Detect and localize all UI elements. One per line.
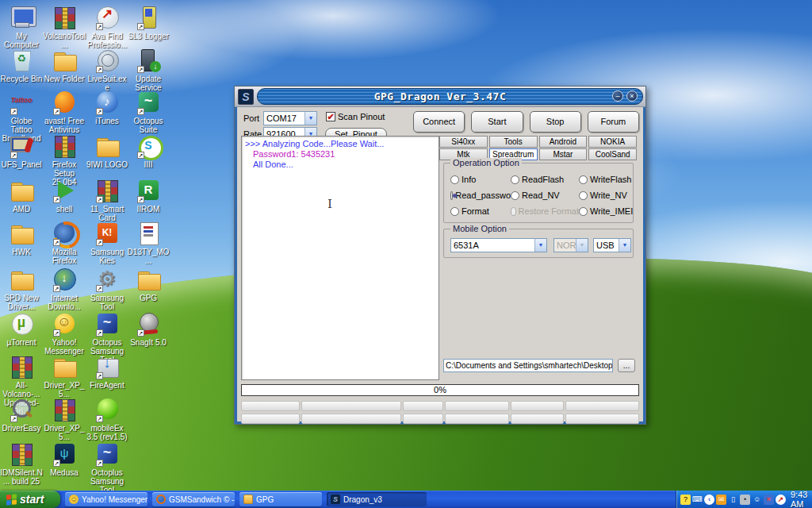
desktop-icon-fireagent-34[interactable]: ↗FireAgent <box>86 354 128 390</box>
taskbar-task-smiley[interactable]: ☺Yahoo! Messenger <box>65 492 147 506</box>
desktop-icon-label: iTunes <box>86 117 128 125</box>
desktop-icon-smiley-29[interactable]: ↗Yahoo! Messenger <box>43 311 86 356</box>
desktop-icon-folder-14[interactable]: 9IWI LOGO <box>86 133 128 169</box>
tray-network-icon[interactable]: ▯ <box>728 495 738 505</box>
taskbar-task-firefox[interactable]: GSMSandwich © - Se... <box>152 492 235 506</box>
tray-usb-icon[interactable]: • <box>740 495 750 505</box>
taskbar-task-dragon[interactable]: SDragon_v3 <box>327 492 427 506</box>
desktop-icon-greenball-37[interactable]: ↗mobileEx 3.5 (rev1.5) <box>86 397 128 441</box>
chevron-down-icon[interactable]: ▼ <box>619 239 630 252</box>
start-button[interactable]: start <box>0 491 60 508</box>
chevron-down-icon[interactable]: ▼ <box>304 112 316 125</box>
desktop-icon-folder-24[interactable]: SPD New Driver... <box>0 267 43 311</box>
desktop-icon-skypeG-15[interactable]: ↗IIII <box>127 133 170 169</box>
desktop-icon-label: shell <box>43 205 86 214</box>
tray-avafind-icon[interactable]: ↗ <box>776 495 786 505</box>
desktop-icon-label: Mozilla Firefox <box>43 248 86 265</box>
tab-nokia[interactable]: NOKIA <box>588 136 637 148</box>
desktop-icon-itunes-10[interactable]: ↗iTunes <box>86 90 128 125</box>
tab-coolsand[interactable]: CoolSand <box>588 148 637 160</box>
tab-si40xx[interactable]: Si40xx <box>439 136 488 148</box>
desktop-icon-ufs-12[interactable]: ↗UFS_Panel <box>0 133 43 169</box>
status-row-1 <box>241 401 639 411</box>
tab-tools[interactable]: Tools <box>489 136 538 148</box>
desktop-icon-iirom-19[interactable]: ↗IIROM <box>127 178 170 214</box>
desktop-icon-label: Samsung Kies <box>86 248 128 265</box>
desktop-icon-blueOcto-40[interactable]: ↗Octoplus Samsung Tool <box>86 441 128 491</box>
tray-collapse-icon[interactable]: ‹ <box>704 495 714 505</box>
desktop-icon-label: VolcanoTool... <box>43 32 86 49</box>
connect-button[interactable]: Connect <box>413 111 465 133</box>
blueOcto-icon: ↗ <box>94 311 120 337</box>
desktop-icon-doc-23[interactable]: D13TY_MO... <box>127 221 170 265</box>
radio-info[interactable]: Info <box>450 175 511 184</box>
desktop-icon-winrar-1[interactable]: VolcanoTool... <box>43 5 86 49</box>
shortcut-arrow-icon: ↗ <box>137 329 144 337</box>
desktop-icon-magnify-35[interactable]: ↗DriverEasy <box>0 397 43 433</box>
radio-readflash[interactable]: ReadFlash <box>511 175 579 184</box>
taskbar-task-folder[interactable]: GPG <box>239 492 322 506</box>
radio-write-nv[interactable]: Write_NV <box>579 190 633 200</box>
snagit-icon: ↗ <box>136 311 161 337</box>
log-output[interactable]: >>> Analyzing Code...Please Wait...Passw… <box>241 136 439 380</box>
desktop-icon-idm-25[interactable]: ↗Internet Downlo... <box>43 267 86 311</box>
file-path-input[interactable]: C:\Documents and Settings\smhartech\Desk… <box>443 359 613 372</box>
browse-button[interactable]: ... <box>618 359 635 372</box>
shortcut-arrow-icon: ↗ <box>96 239 103 246</box>
radio-read-passwo[interactable]: Read_passwo <box>450 190 511 200</box>
desktop-icon-label: Recycle Bin <box>0 75 43 83</box>
tray-keyboard-icon[interactable]: ⌨ <box>692 495 703 505</box>
desktop-icon-folder-27[interactable]: GPG <box>127 267 170 302</box>
desktop-icon-firefox-21[interactable]: ↗Mozilla Firefox <box>43 221 86 265</box>
tray-mail-icon[interactable]: ✉ <box>716 495 726 505</box>
desktop-icon-updsvc-7[interactable]: ↗Update Service <box>127 48 170 92</box>
close-button[interactable]: × <box>626 90 638 102</box>
start-button[interactable]: Start <box>471 111 523 133</box>
ufs-icon: ↗ <box>9 133 34 159</box>
desktop-icon-kies-22[interactable]: ↗Samsung Kies <box>86 221 128 265</box>
radio-write-imei[interactable]: Write_IMEI <box>579 206 633 216</box>
tab-android[interactable]: Android <box>539 136 588 148</box>
port-select[interactable]: COM17 ▼ <box>263 111 317 125</box>
desktop-icon-winrar-38[interactable]: IDMSilent.N... build 25 <box>0 441 43 486</box>
title-bar[interactable]: S GPG_Dragon Ver_3.47C – × <box>235 87 645 107</box>
desktop-icon-winrar-36[interactable]: Driver_XP_5... <box>43 397 86 441</box>
desktop-icon-computer-0[interactable]: My Computer <box>0 5 43 49</box>
desktop-icon-winrar-18[interactable]: ↗11_Smart Card <box>86 178 128 222</box>
model-select[interactable]: 6531A ▼ <box>450 238 547 252</box>
gpg-dragon-window: S GPG_Dragon Ver_3.47C – × Port COM17 ▼ … <box>234 86 646 425</box>
tray-messenger-icon[interactable]: ☺ <box>752 495 762 505</box>
desktop-icon-avafind-2[interactable]: ↗Ava Find Professio... <box>86 5 128 49</box>
tray-offline-icon[interactable]: × <box>764 495 774 505</box>
desktop-icon-greenOcto-11[interactable]: ↗Octopus Suite <box>127 90 170 134</box>
desktop-icon-gear-26[interactable]: ↗Samsung Tool <box>86 267 128 311</box>
interface-select[interactable]: USB ▼ <box>593 238 631 252</box>
folder-icon <box>9 221 34 246</box>
forum-button[interactable]: Forum <box>588 111 639 133</box>
desktop-icon-playgreen-17[interactable]: ↗shell <box>43 178 86 214</box>
desktop-icon-medusa-39[interactable]: ↗Medusa <box>43 441 86 477</box>
desktop-icon-globe-6[interactable]: ↗LiveSuit.exe <box>86 48 128 92</box>
tray-help-icon[interactable]: ? <box>680 495 691 505</box>
desktop-icon-snagit-31[interactable]: ↗SnagIt 5.0 <box>127 311 170 347</box>
desktop-icon-folder-20[interactable]: HWK <box>0 221 43 256</box>
scan-pinout-checkbox[interactable]: ✔ Scan Pinout <box>326 112 385 121</box>
tab-mstar[interactable]: Mstar <box>539 148 588 160</box>
desktop-icon-folder-16[interactable]: AMD <box>0 178 43 214</box>
radio-format[interactable]: Format <box>450 206 511 216</box>
shortcut-arrow-icon: ↗ <box>137 66 144 73</box>
desktop-icon-recycle-4[interactable]: Recycle Bin <box>0 48 43 83</box>
desktop-icon-folder-33[interactable]: Driver_XP_5... <box>43 354 86 398</box>
minimize-button[interactable]: – <box>612 90 623 102</box>
desktop-icon-folder-5[interactable]: New Folder <box>43 48 86 83</box>
radio-read-nv[interactable]: Read_NV <box>511 190 579 200</box>
chevron-down-icon[interactable]: ▼ <box>534 239 546 252</box>
desktop-icon-phone-3[interactable]: ↗SL3 Logger <box>127 5 170 40</box>
radio-label: Restore Format <box>519 206 579 216</box>
radio-writeflash[interactable]: WriteFlash <box>579 175 633 184</box>
desktop-icon-utorrent-28[interactable]: µTorrent <box>0 311 43 347</box>
winrar-icon <box>52 5 77 30</box>
desktop-icon-avast-9[interactable]: ↗avast! Free Antivirus <box>43 90 86 134</box>
desktop-icon-label: 11_Smart Card <box>86 205 128 222</box>
stop-button[interactable]: Stop <box>530 111 581 133</box>
